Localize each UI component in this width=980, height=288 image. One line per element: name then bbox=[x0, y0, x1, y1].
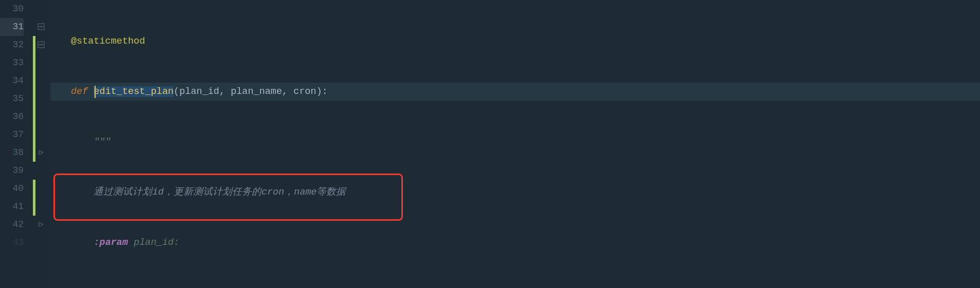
doc-tag: :param bbox=[94, 237, 128, 248]
line-number: 33 bbox=[0, 54, 24, 72]
line-number: 38 bbox=[0, 144, 24, 162]
fold-icon[interactable] bbox=[38, 41, 45, 48]
doc-arg bbox=[128, 237, 134, 248]
fold-end-icon[interactable] bbox=[38, 149, 45, 156]
fold-strip bbox=[33, 0, 50, 288]
code-line[interactable]: def edit_test_plan(plan_id, plan_name, c… bbox=[50, 83, 980, 101]
code-line[interactable]: """ bbox=[50, 133, 980, 151]
code-line[interactable]: :param plan_id: bbox=[50, 234, 980, 252]
change-marker bbox=[33, 36, 35, 162]
change-marker bbox=[33, 180, 35, 216]
line-number: 39 bbox=[0, 162, 24, 180]
gutter: 30 31 32 33 34 35 36 37 38 39 40 41 42 4… bbox=[0, 0, 33, 288]
line-number: 30 bbox=[0, 0, 24, 18]
fold-icon[interactable] bbox=[38, 23, 45, 30]
keyword-def: def bbox=[71, 86, 94, 97]
paren: ( bbox=[174, 86, 179, 97]
line-number: 34 bbox=[0, 72, 24, 90]
docstring-text: 通过测试计划id，更新测试计划任务的cron，name等数据 bbox=[94, 187, 346, 198]
paren: ): bbox=[316, 86, 327, 97]
doc-arg: plan_id: bbox=[134, 237, 179, 248]
docstring-quote: """ bbox=[94, 137, 110, 147]
line-number: 42 bbox=[0, 216, 24, 234]
param: cron bbox=[293, 86, 316, 97]
code-area[interactable]: @staticmethod def edit_test_plan(plan_id… bbox=[50, 0, 980, 288]
code-line[interactable]: :param plan_name: bbox=[50, 284, 980, 288]
code-line[interactable]: 通过测试计划id，更新测试计划任务的cron，name等数据 bbox=[50, 183, 980, 201]
param: plan_id bbox=[179, 86, 219, 97]
fold-end-icon[interactable] bbox=[38, 221, 45, 228]
line-number: 37 bbox=[0, 126, 24, 144]
line-number: 43 bbox=[0, 234, 24, 252]
code-editor[interactable]: 30 31 32 33 34 35 36 37 38 39 40 41 42 4… bbox=[0, 0, 980, 288]
comma: , bbox=[219, 86, 231, 97]
comma: , bbox=[282, 86, 293, 97]
code-line[interactable]: @staticmethod bbox=[50, 32, 980, 50]
text-cursor bbox=[95, 86, 96, 98]
param: plan_name bbox=[231, 86, 282, 97]
line-number: 32 bbox=[0, 36, 24, 54]
line-number: 36 bbox=[0, 108, 24, 126]
decorator-text: @staticmethod bbox=[71, 36, 145, 47]
line-number: 40 bbox=[0, 180, 24, 198]
line-number: 35 bbox=[0, 90, 24, 108]
line-number: 41 bbox=[0, 198, 24, 216]
line-number: 31 bbox=[0, 18, 24, 36]
function-name: edit_test_plan bbox=[94, 86, 173, 97]
